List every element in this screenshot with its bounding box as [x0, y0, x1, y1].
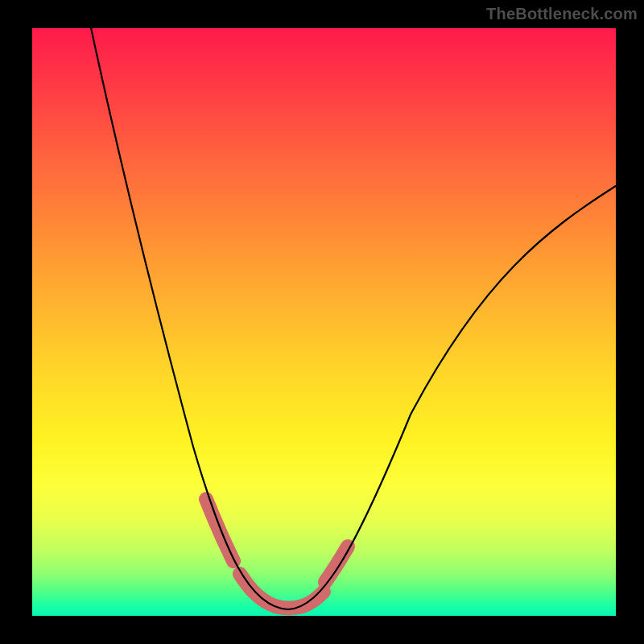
- chart-frame: TheBottleneck.com: [0, 0, 644, 644]
- curve-svg: [32, 28, 616, 616]
- plot-area: [32, 28, 616, 616]
- attribution-text: TheBottleneck.com: [486, 5, 638, 23]
- highlight-right-ascent: [325, 547, 348, 582]
- highlight-valley: [240, 574, 324, 609]
- bottleneck-curve: [69, 0, 616, 609]
